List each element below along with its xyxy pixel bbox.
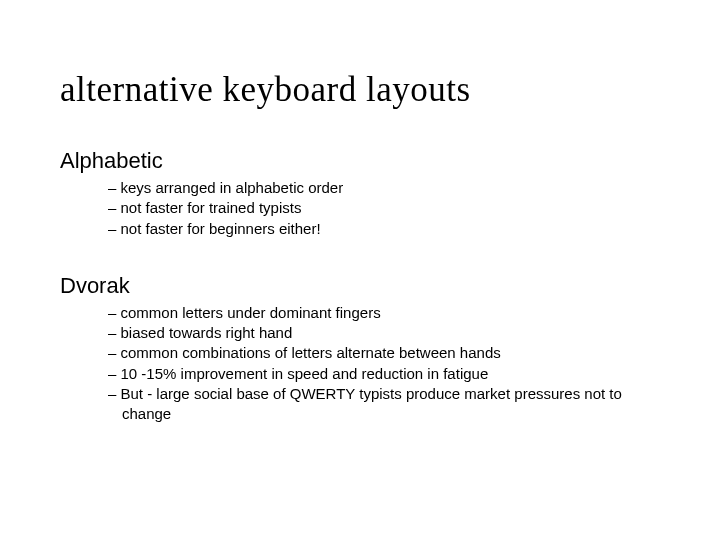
section-heading: Alphabetic [60, 148, 660, 174]
section-dvorak: Dvorak common letters under dominant fin… [60, 273, 660, 425]
list-item: biased towards right hand [108, 323, 660, 343]
section-alphabetic: Alphabetic keys arranged in alphabetic o… [60, 148, 660, 239]
list-item: common combinations of letters alternate… [108, 343, 660, 363]
list-item: 10 -15% improvement in speed and reducti… [108, 364, 660, 384]
bullet-list: keys arranged in alphabetic order not fa… [60, 178, 660, 239]
list-item: not faster for trained typists [108, 198, 660, 218]
slide: alternative keyboard layouts Alphabetic … [0, 0, 720, 540]
list-item: But - large social base of QWERTY typist… [108, 384, 660, 425]
section-heading: Dvorak [60, 273, 660, 299]
bullet-list: common letters under dominant fingers bi… [60, 303, 660, 425]
list-item: common letters under dominant fingers [108, 303, 660, 323]
slide-title: alternative keyboard layouts [60, 70, 660, 110]
list-item: not faster for beginners either! [108, 219, 660, 239]
list-item: keys arranged in alphabetic order [108, 178, 660, 198]
